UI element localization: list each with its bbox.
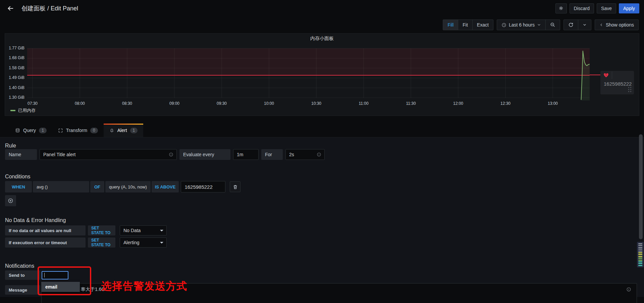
chart-plot-area[interactable] (27, 45, 590, 101)
x-tick-label: 13:00 (548, 101, 558, 106)
send-to-option-email[interactable]: email (41, 282, 80, 292)
minimap-bar (638, 261, 642, 262)
x-tick-label: 09:00 (169, 101, 179, 106)
x-tick-label: 12:00 (453, 101, 463, 106)
send-to-input[interactable] (42, 271, 68, 279)
y-tick-label: 1.68 GiB (6, 55, 24, 60)
y-tick-label: 1.40 GiB (6, 85, 24, 90)
y-tick-label: 1.49 GiB (6, 75, 24, 80)
discard-button[interactable]: Discard (570, 3, 594, 13)
minimap-bar (638, 251, 642, 252)
page-title: 创建面板 / Edit Panel (21, 4, 78, 12)
minimap-bar (638, 260, 642, 261)
condition-of-keyword[interactable]: OF (90, 181, 104, 192)
apply-button[interactable]: Apply (619, 3, 639, 13)
condition-aggregate[interactable]: avg () (33, 181, 89, 192)
x-tick-label: 09:30 (217, 101, 227, 106)
editor-tabbar: Query 1 Transform 0 Alert 1 (0, 124, 644, 137)
set-state-to-keyword: SET STATE TO (88, 225, 115, 235)
x-tick-label: 11:00 (359, 101, 368, 106)
transform-arrows-icon (58, 128, 63, 133)
add-condition-button[interactable] (5, 195, 16, 206)
rule-name-value: Panel Title alert (43, 152, 76, 157)
alert-threshold-handle[interactable]: 1625985222 (600, 71, 634, 94)
x-tick-label: 12:30 (500, 101, 511, 106)
minimap-bar (638, 245, 642, 246)
y-tick-label: 1.58 GiB (6, 66, 24, 70)
refresh-interval-dropdown[interactable] (578, 20, 591, 30)
scroll-minimap (637, 242, 644, 267)
minimap-bar (638, 252, 642, 253)
alert-threshold-value: 1625985222 (604, 81, 632, 87)
rule-evaluate-label: Evaluate every (179, 149, 230, 160)
info-circle-icon (626, 287, 631, 292)
tab-transform[interactable]: Transform 0 (52, 124, 104, 137)
gear-icon (558, 5, 564, 11)
tab-alert[interactable]: Alert 1 (104, 124, 143, 137)
rule-for-value: 2s (289, 152, 294, 157)
rule-evaluate-value: 1m (237, 152, 243, 157)
memory-chart-panel: 内存小面板 1.77 GiB1.68 GiB1.58 GiB1.49 GiB1.… (5, 33, 639, 116)
no-data-row: If no data or all values are null SET ST… (5, 225, 167, 235)
tab-query-badge: 1 (39, 128, 47, 133)
message-textarea[interactable]: 率大于1.6G (41, 283, 637, 303)
page-scrollbar-thumb[interactable] (639, 134, 643, 239)
refresh-button[interactable] (564, 20, 578, 30)
minimap-bar (638, 247, 642, 248)
minimap-bar (638, 258, 642, 259)
display-mode-fit-button[interactable]: Fit (458, 20, 473, 30)
plus-circle-icon (8, 198, 13, 204)
rule-for-input[interactable]: 2s (285, 149, 325, 160)
top-header: 创建面板 / Edit Panel Discard Save Apply (0, 0, 644, 16)
condition-operator[interactable]: IS ABOVE (152, 181, 179, 192)
rule-name-input[interactable]: Panel Title alert (40, 149, 177, 160)
tab-query[interactable]: Query 1 (9, 124, 52, 137)
delete-condition-button[interactable] (230, 181, 240, 192)
minimap-bar (638, 263, 642, 264)
x-tick-label: 10:00 (264, 101, 274, 106)
show-options-button[interactable]: Show options (595, 20, 638, 30)
time-range-label: Last 6 hours (509, 22, 535, 28)
error-state-select[interactable]: Alerting (120, 237, 167, 248)
chevron-down-icon (583, 23, 587, 27)
rule-name-label: Name (5, 149, 37, 160)
y-tick-label: 1.30 GiB (6, 95, 24, 100)
condition-threshold-input[interactable]: 1625985222 (181, 181, 225, 192)
legend-item[interactable]: 已用内存 (10, 107, 36, 114)
clock-icon (501, 23, 506, 28)
text-cursor (44, 273, 45, 277)
caret-down-icon (160, 230, 163, 231)
set-state-to-keyword: SET STATE TO (88, 237, 115, 248)
message-label: Message (5, 285, 40, 295)
rule-for-label: For (261, 149, 283, 160)
condition-query[interactable]: query (A, 10s, now) (105, 181, 151, 192)
chart-title: 内存小面板 (5, 36, 639, 42)
panel-settings-button[interactable] (555, 3, 567, 13)
rule-row: Name Panel Title alert Evaluate every 1m… (5, 149, 325, 160)
back-button[interactable] (5, 3, 16, 14)
show-options-label: Show options (606, 22, 634, 28)
display-mode-exact-button[interactable]: Exact (473, 20, 493, 30)
no-data-state-value: No Data (123, 228, 141, 233)
no-data-row-label: If no data or all values are null (5, 225, 86, 235)
time-range-picker[interactable]: Last 6 hours (497, 20, 546, 30)
conditions-heading: Conditions (5, 174, 31, 180)
display-mode-fill-button[interactable]: Fill (443, 20, 458, 30)
bell-icon (109, 128, 114, 133)
x-tick-label: 11:30 (406, 101, 416, 106)
condition-when-keyword[interactable]: WHEN (5, 181, 32, 192)
info-circle-icon (317, 152, 321, 157)
caret-down-icon (160, 242, 163, 244)
alert-options-pane: Rule Name Panel Title alert Evaluate eve… (0, 137, 644, 297)
chevron-left-icon (599, 23, 603, 27)
zoom-out-time-button[interactable] (546, 20, 560, 30)
x-tick-label: 07:30 (28, 101, 38, 106)
minimap-bar (638, 249, 642, 250)
no-data-state-select[interactable]: No Data (120, 225, 167, 235)
refresh-icon (568, 22, 574, 28)
rule-evaluate-input[interactable]: 1m (233, 149, 259, 160)
drag-handle-dots-icon[interactable] (628, 87, 631, 92)
display-mode-group: Fill Fit Exact (443, 19, 493, 30)
save-button[interactable]: Save (597, 3, 616, 13)
show-options-group: Show options (595, 19, 639, 30)
